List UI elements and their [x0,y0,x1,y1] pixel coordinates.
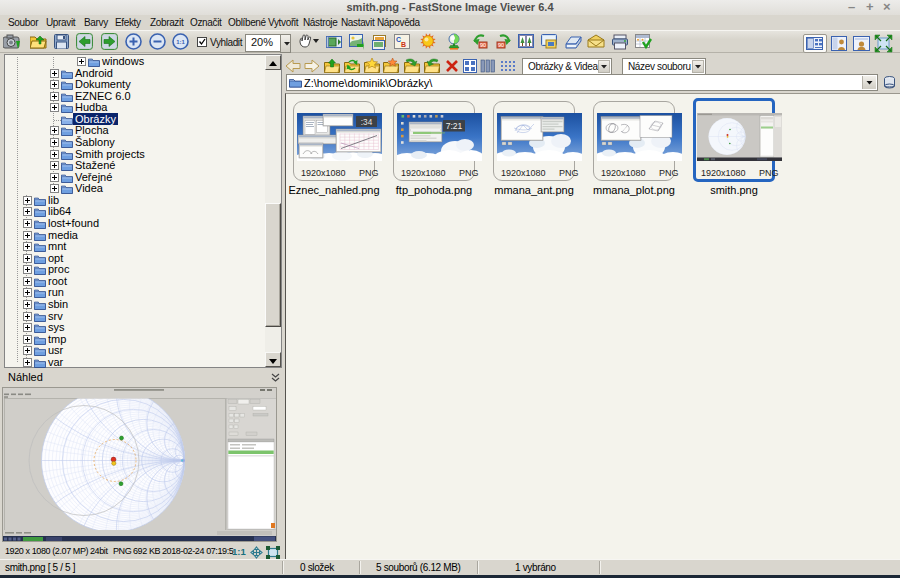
svg-text:90: 90 [480,42,486,48]
svg-text:90: 90 [498,42,504,48]
svg-text::34: :34 [361,118,373,127]
svg-text:B: B [401,41,406,48]
svg-text:7:21: 7:21 [446,121,463,131]
svg-text:1:1: 1:1 [176,39,185,45]
